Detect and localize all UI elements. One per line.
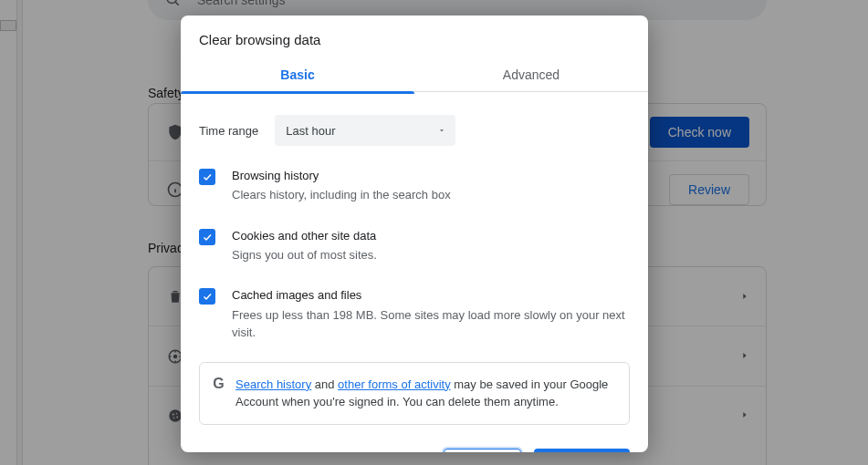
- time-range-select[interactable]: Last hour: [275, 115, 455, 146]
- option-history-title: Browsing history: [232, 168, 451, 184]
- option-cookies: Cookies and other site data Signs you ou…: [199, 221, 630, 281]
- time-range-value: Last hour: [286, 124, 335, 138]
- option-cookies-sub: Signs you out of most sites.: [232, 246, 377, 264]
- tab-advanced[interactable]: Advanced: [414, 58, 648, 91]
- dialog-body: Time range Last hour Browsing history Cl…: [181, 95, 648, 452]
- tab-basic[interactable]: Basic: [181, 58, 414, 91]
- note-text: Search history and other forms of activi…: [235, 376, 616, 411]
- cancel-button[interactable]: Cancel: [444, 449, 522, 452]
- option-cache: Cached images and files Frees up less th…: [199, 280, 630, 357]
- link-other-activity[interactable]: other forms of activity: [338, 377, 451, 391]
- checkbox-cache[interactable]: [199, 288, 215, 305]
- dialog-title: Clear browsing data: [181, 16, 648, 58]
- google-icon: G: [213, 376, 225, 411]
- checkbox-cookies[interactable]: [199, 229, 215, 245]
- time-range-row: Time range Last hour: [199, 106, 630, 160]
- chevron-down-icon: [437, 124, 446, 138]
- clear-data-button[interactable]: Clear data: [534, 449, 630, 452]
- link-search-history[interactable]: Search history: [235, 377, 311, 391]
- option-cache-title: Cached images and files: [232, 287, 630, 304]
- dialog-actions: Cancel Clear data: [199, 425, 630, 452]
- dialog-tabs: Basic Advanced: [181, 58, 648, 92]
- option-cache-sub: Frees up less than 198 MB. Some sites ma…: [232, 306, 630, 342]
- time-range-label: Time range: [199, 124, 258, 138]
- note-mid: and: [311, 377, 338, 391]
- checkbox-browsing-history[interactable]: [199, 169, 215, 185]
- clear-browsing-data-dialog: Clear browsing data Basic Advanced Time …: [181, 16, 648, 452]
- google-account-note: G Search history and other forms of acti…: [199, 362, 630, 425]
- option-browsing-history: Browsing history Clears history, includi…: [199, 160, 630, 221]
- option-cookies-title: Cookies and other site data: [232, 228, 377, 244]
- option-history-sub: Clears history, including in the search …: [232, 186, 451, 204]
- tab-underline: [181, 91, 414, 94]
